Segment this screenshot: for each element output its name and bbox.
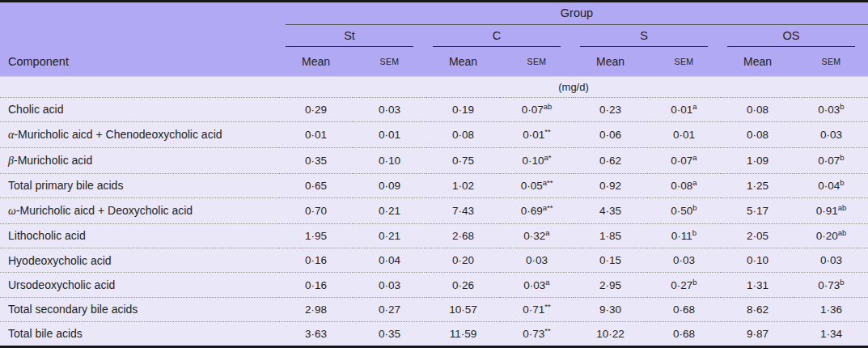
mean-value: 8·62 (721, 297, 794, 321)
mean-value: 10·57 (426, 297, 500, 321)
table-row: Hyodeoxycholic acid0·160·040·200·030·150… (0, 248, 868, 273)
mean-value: 0·16 (279, 248, 353, 273)
mean-value: 7·43 (426, 197, 500, 223)
sem-value: 0·10 (353, 147, 426, 173)
greek-prefix: β (8, 155, 14, 167)
sem-value: 0·71** (500, 297, 574, 321)
significance-superscript: a (692, 177, 697, 186)
table-row: ω-Muricholic aicd + Deoxycholic acid0·70… (0, 197, 868, 223)
mean-value: 2·98 (279, 297, 353, 321)
sem-header-c: SEM (500, 47, 574, 76)
sem-value: 0·03a (500, 273, 574, 297)
sem-value: 0·03 (647, 248, 721, 273)
mean-value: 1·25 (721, 173, 794, 197)
mean-header-st: Mean (279, 47, 353, 76)
group-header-row: Group (0, 2, 868, 25)
unit-label: (mg/d) (279, 76, 868, 97)
significance-superscript: ** (544, 325, 550, 334)
sem-value: 0·01a (647, 97, 721, 121)
sem-value: 0·69a** (500, 197, 574, 223)
sem-value: 0·35 (353, 321, 426, 346)
component-cell: Ursodeoxycholic acid (0, 273, 279, 297)
group-name-c: C (426, 25, 574, 47)
mean-value: 0·92 (574, 173, 647, 197)
mean-value: 0·29 (279, 97, 353, 121)
significance-superscript: b (840, 101, 844, 110)
group-name-label: S (580, 28, 708, 47)
sem-value: 0·04b (794, 173, 868, 197)
sem-value: 0·21 (353, 197, 426, 223)
mean-value: 0·75 (426, 147, 500, 173)
significance-superscript: a* (544, 152, 552, 161)
sem-header-os: SEM (794, 47, 868, 76)
sem-value: 0·07b (794, 147, 868, 173)
significance-superscript: a (692, 152, 697, 161)
subheader-row: Component MeanSEMMeanSEMMeanSEMMeanSEM (0, 47, 868, 76)
mean-value: 1·95 (279, 223, 353, 248)
sem-value: 0·03 (794, 248, 868, 273)
significance-superscript: a (692, 101, 697, 110)
sem-value: 0·11b (647, 223, 721, 248)
sem-value: 0·03 (353, 97, 426, 121)
component-cell: ω-Muricholic aicd + Deoxycholic acid (0, 197, 279, 223)
significance-superscript: a (545, 227, 549, 236)
mean-value: 0·16 (279, 273, 353, 297)
table-header: Group StCSOS Component MeanSEMMeanSEMMea… (0, 2, 868, 76)
group-name-label: St (286, 28, 413, 47)
mean-value: 1·02 (426, 173, 500, 197)
sem-value: 0·10a* (500, 147, 574, 173)
sem-value: 0·08a (647, 173, 721, 197)
sem-value: 0·91ab (794, 197, 868, 223)
mean-value: 2·95 (574, 273, 647, 297)
sem-value: 0·07ab (500, 97, 574, 121)
mean-value: 2·68 (426, 223, 500, 248)
significance-superscript: b (692, 227, 697, 236)
mean-value: 0·62 (574, 147, 647, 173)
greek-prefix: ω (8, 205, 16, 217)
group-names-row: StCSOS (0, 25, 868, 47)
table-row: Total primary bile acids0·650·091·020·05… (0, 173, 868, 197)
sem-value: 0·27b (647, 273, 721, 297)
mean-header-c: Mean (426, 47, 500, 76)
sem-value: 0·09 (353, 173, 426, 197)
significance-superscript: b (840, 277, 844, 286)
mean-value: 10·22 (574, 321, 647, 346)
significance-superscript: b (692, 277, 697, 286)
mean-value: 0·08 (721, 97, 794, 121)
table-row: Ursodeoxycholic acid0·160·030·260·03a2·9… (0, 273, 868, 297)
sem-value: 0·03b (794, 97, 868, 121)
sem-value: 0·32a (500, 223, 574, 248)
mean-value: 3·63 (279, 321, 353, 346)
mean-value: 2·05 (721, 223, 794, 248)
bile-acids-table: Group StCSOS Component MeanSEMMeanSEMMea… (0, 2, 868, 346)
mean-value: 0·65 (279, 173, 353, 197)
significance-superscript: ab (838, 227, 847, 236)
significance-superscript: b (840, 177, 844, 186)
mean-value: 0·06 (574, 121, 647, 147)
significance-superscript: b (692, 202, 697, 211)
greek-prefix: α (8, 129, 14, 141)
mean-value: 1·85 (574, 223, 647, 248)
component-cell: Hyodeoxycholic acid (0, 248, 279, 273)
unit-row: (mg/d) (0, 76, 868, 97)
table-body: (mg/d) Cholic acid0·290·030·190·07ab0·23… (0, 76, 868, 346)
sem-value: 0·03 (353, 273, 426, 297)
significance-superscript: ** (544, 126, 550, 135)
component-cell: Total secondary bile acids (0, 297, 279, 321)
mean-value: 0·10 (721, 248, 794, 273)
component-cell: α-Muricholic aicd + Chenodeoxycholic aci… (0, 121, 279, 147)
table-row: α-Muricholic aicd + Chenodeoxycholic aci… (0, 121, 868, 147)
group-name-s: S (574, 25, 721, 47)
spacer-cell (0, 25, 279, 47)
mean-value: 0·08 (721, 121, 794, 147)
group-header-cell: Group (279, 2, 868, 25)
sem-value: 0·27 (353, 297, 426, 321)
sem-value: 0·50b (647, 197, 721, 223)
table-row: Cholic acid0·290·030·190·07ab0·230·01a0·… (0, 97, 868, 121)
mean-value: 1·09 (721, 147, 794, 173)
sem-value: 0·73b (794, 273, 868, 297)
mean-value: 0·19 (426, 97, 500, 121)
significance-superscript: a** (543, 177, 553, 186)
component-cell: Cholic acid (0, 97, 279, 121)
group-name-st: St (279, 25, 426, 47)
